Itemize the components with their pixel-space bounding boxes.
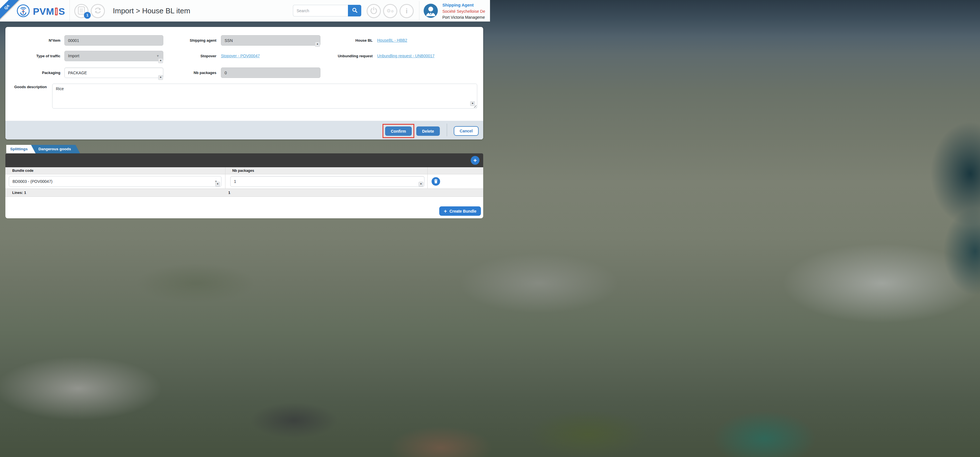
unbundling-request-link[interactable]: Unbundling request - UNB00017: [377, 51, 434, 61]
packaging-label: Packaging: [5, 67, 60, 78]
global-search: [293, 5, 361, 16]
lines-count: Lines: 1: [5, 189, 226, 197]
nb-packages-label: Nb packages: [164, 67, 216, 78]
table-footer-row: Lines: 1 1: [5, 189, 483, 197]
goods-description-label: Goods description: [5, 83, 47, 91]
packaging-field[interactable]: [64, 67, 163, 78]
form-action-bar: Confirm Delete Cancel: [5, 121, 483, 140]
search-icon: [352, 7, 358, 14]
user-role: Shipping Agent: [442, 2, 490, 8]
search-input[interactable]: [293, 5, 348, 16]
action-bar-divider: [447, 124, 447, 136]
add-splitting-button[interactable]: +: [471, 156, 479, 165]
confirm-button[interactable]: Confirm: [385, 127, 412, 136]
n-item-label: N°item: [5, 35, 60, 46]
user-organization: Port Victoria Manageme: [442, 14, 490, 21]
refresh-icon: [94, 6, 102, 16]
detail-tabs: Splittings Dangerous goods: [6, 145, 80, 153]
unbundling-request-label: Unbundling request: [315, 51, 372, 61]
app-logo: PVMS: [16, 4, 65, 19]
house-bl-item-form-panel: N°item Shipping agent * House BL HouseBL…: [5, 27, 483, 140]
stopover-link[interactable]: Stopover - POV00047: [221, 51, 260, 61]
column-header-bundle-code: Bundle code: [5, 167, 226, 175]
required-marker: *: [215, 182, 220, 187]
settings-button[interactable]: ⚙⚙: [383, 4, 397, 18]
required-marker: *: [158, 75, 163, 80]
plus-icon: +: [444, 208, 447, 214]
required-marker: *: [470, 101, 475, 106]
chevron-down-icon: ▼: [156, 54, 159, 57]
goods-description-field[interactable]: Rice: [52, 84, 477, 109]
search-button[interactable]: [348, 5, 361, 16]
row-nb-packages-field[interactable]: [230, 176, 425, 187]
tab-dangerous-goods[interactable]: Dangerous goods: [31, 145, 80, 153]
house-bl-label: House BL: [315, 35, 372, 46]
column-header-actions: [428, 167, 483, 175]
refresh-button[interactable]: [91, 4, 105, 18]
house-bl-link[interactable]: HouseBL - HBB2: [377, 35, 407, 46]
table-header-row: Bundle code Nb packages: [5, 167, 483, 175]
nb-packages-field: [221, 67, 320, 78]
create-bundle-button[interactable]: + Create Bundle: [439, 206, 481, 216]
brand-letter-i: [55, 8, 57, 15]
bundle-code-select[interactable]: BD0003 - (POV00047) ▼: [9, 176, 221, 187]
table-row: BD0003 - (POV00047) ▼ * *: [5, 175, 483, 189]
splittings-table: Bundle code Nb packages BD0003 - (POV000…: [5, 167, 483, 218]
documents-count-badge: 1: [84, 12, 91, 19]
delete-row-button[interactable]: [431, 177, 440, 186]
anchor-logo-icon: [16, 4, 30, 19]
page-title: Import > House BL item: [113, 0, 190, 22]
type-of-traffic-label: Type of traffic: [5, 51, 60, 61]
stopover-label: Stopover: [164, 51, 216, 61]
splittings-toolbar: +: [5, 153, 483, 167]
required-marker: *: [315, 42, 320, 47]
delete-button[interactable]: Delete: [416, 127, 440, 136]
tab-splittings[interactable]: Splittings: [6, 145, 36, 153]
shipping-agent-field: [221, 35, 320, 46]
cancel-button[interactable]: Cancel: [454, 126, 479, 136]
type-of-traffic-select: Import ▼: [64, 51, 163, 61]
gears-icon: ⚙⚙: [387, 8, 394, 14]
user-avatar[interactable]: [424, 4, 438, 18]
power-icon: [370, 7, 377, 15]
user-info[interactable]: Shipping Agent Société Seychelloise De P…: [442, 2, 490, 21]
info-icon: i: [406, 7, 408, 15]
required-marker: *: [158, 59, 163, 63]
column-header-nb-packages: Nb packages: [226, 167, 428, 175]
shipping-agent-label: Shipping agent: [164, 35, 216, 46]
app-header: QA PVMS 1: [0, 0, 490, 22]
required-marker: *: [418, 182, 423, 187]
brand-wordmark: PVMS: [33, 6, 65, 17]
info-button[interactable]: i: [399, 4, 414, 18]
n-item-field: [64, 35, 163, 46]
nb-packages-total: 1: [226, 189, 428, 197]
trash-icon: [434, 179, 438, 184]
user-company: Société Seychelloise De: [442, 8, 490, 14]
logout-button[interactable]: [367, 4, 381, 18]
